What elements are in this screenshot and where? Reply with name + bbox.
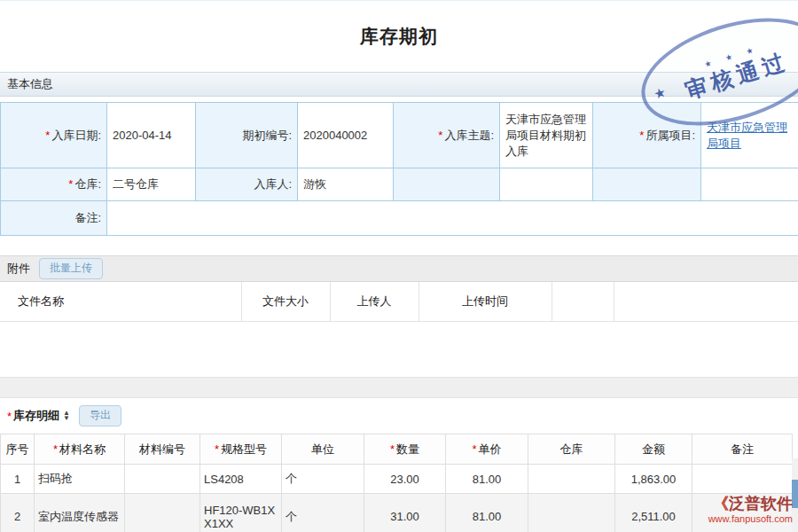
- page-title: 库存期初: [360, 24, 438, 49]
- operator-label: 入库人:: [196, 168, 298, 201]
- cell-seq: 2: [1, 494, 35, 532]
- empty-label-cell: [394, 168, 500, 201]
- col-material-code: 材料编号: [125, 434, 200, 465]
- required-marker: *: [390, 442, 395, 456]
- cell-unit: 个: [282, 465, 364, 494]
- attach-col-filename: 文件名称: [0, 282, 241, 322]
- scrollbar-thumb[interactable]: [792, 480, 798, 508]
- spacer: [0, 377, 798, 398]
- project-value-cell: 天津市应急管理局项目: [701, 103, 798, 168]
- col-unit-price: *单价: [446, 434, 528, 465]
- remark-label: 备注:: [1, 201, 107, 236]
- required-marker: *: [53, 442, 58, 456]
- cell-quantity: 23.00: [364, 465, 446, 494]
- col-unit: 单位: [282, 434, 364, 465]
- cell-material-name: 室内温度传感器: [35, 494, 125, 532]
- warehouse-label: *仓库:: [1, 168, 107, 201]
- basic-info-section-header: 基本信息: [0, 72, 798, 97]
- table-row: 2 室内温度传感器 HF120-WB1XX1XX 个 31.00 81.00 2…: [1, 494, 793, 532]
- col-warehouse: 仓库: [528, 434, 615, 465]
- cell-spec-model: LS4208: [200, 465, 282, 494]
- details-section-title: 库存明细: [13, 408, 59, 424]
- code-label: 期初编号:: [196, 103, 298, 168]
- required-marker: *: [45, 129, 50, 142]
- subject-value: 天津市应急管理局项目材料期初入库: [500, 103, 593, 168]
- inventory-opening-page: 库存期初 ★ ★ ★ 审核通过 ★ ★ 基本信息 *入库日期: 2020-04-…: [0, 0, 798, 532]
- cell-amount: 2,511.00: [615, 494, 692, 532]
- vendor-url: www.fanpusoft.com: [708, 513, 793, 526]
- attachments-empty-list: [0, 322, 798, 377]
- cell-seq: 1: [1, 465, 35, 494]
- attach-col-filesize: 文件大小: [241, 282, 330, 322]
- required-marker: *: [639, 129, 644, 142]
- cell-quantity: 31.00: [364, 494, 446, 532]
- cell-unit: 个: [282, 494, 364, 532]
- code-value: 2020040002: [298, 103, 394, 168]
- cell-warehouse: [528, 494, 615, 532]
- cell-warehouse: [528, 465, 615, 494]
- col-quantity: *数量: [364, 434, 446, 465]
- required-marker: *: [68, 177, 73, 191]
- attach-col-uploadtime: 上传时间: [419, 282, 552, 322]
- vertical-scrollbar[interactable]: [792, 458, 798, 532]
- vendor-logo-icon: 《: [713, 495, 729, 512]
- col-spec-model: *规格型号: [200, 434, 282, 465]
- required-marker: *: [472, 442, 476, 456]
- date-label: *入库日期:: [1, 103, 107, 168]
- operator-value: 游恢: [298, 168, 394, 201]
- vendor-watermark: 《泛普软件 www.fanpusoft.com: [708, 494, 793, 526]
- empty-value-cell: [500, 168, 593, 201]
- col-material-name: *材料名称: [35, 434, 125, 465]
- details-header-row: 序号 *材料名称 材料编号 *规格型号 单位 *数量 *单价 仓库 金额 备注: [1, 434, 793, 465]
- project-link[interactable]: 天津市应急管理局项目: [707, 121, 787, 150]
- table-row: 1 扫码抢 LS4208 个 23.00 81.00 1,863.00: [1, 465, 793, 494]
- remark-value: [107, 201, 798, 236]
- vendor-brand: 泛普软件: [729, 495, 793, 512]
- cell-unit-price: 81.00: [446, 465, 528, 494]
- subject-label: *入库主题:: [394, 103, 500, 168]
- project-label: *所属项目:: [593, 103, 701, 168]
- date-value: 2020-04-14: [107, 103, 196, 168]
- sort-icon[interactable]: ▲ ▼: [63, 411, 70, 421]
- attachments-section-title: 附件: [7, 261, 30, 277]
- details-section-header: * 库存明细 ▲ ▼ 导出: [0, 398, 798, 434]
- cell-material-code: [125, 494, 200, 532]
- sort-down-icon: ▼: [63, 416, 70, 421]
- required-marker: *: [7, 410, 12, 423]
- batch-upload-button[interactable]: 批量上传: [39, 258, 103, 279]
- cell-remark: [692, 465, 793, 494]
- required-marker: *: [215, 442, 219, 456]
- cell-material-name: 扫码抢: [35, 465, 125, 494]
- col-amount: 金额: [615, 434, 692, 465]
- col-seq: 序号: [1, 434, 35, 465]
- details-table: 序号 *材料名称 材料编号 *规格型号 单位 *数量 *单价 仓库 金额 备注 …: [0, 434, 793, 532]
- cell-material-code: [125, 465, 200, 494]
- attach-col-uploader: 上传人: [330, 282, 419, 322]
- basic-info-table: *入库日期: 2020-04-14 期初编号: 2020040002 *入库主题…: [0, 102, 798, 236]
- attach-col-empty: [614, 282, 798, 322]
- attachments-table: 文件名称 文件大小 上传人 上传时间: [0, 282, 798, 322]
- empty-value-cell: [701, 168, 798, 201]
- spacer: [0, 236, 798, 255]
- required-marker: *: [438, 129, 442, 142]
- attachments-section-header: 附件 批量上传: [0, 255, 798, 282]
- title-row: 库存期初: [0, 1, 798, 72]
- cell-unit-price: 81.00: [446, 494, 528, 532]
- col-remark: 备注: [692, 434, 793, 465]
- warehouse-value: 二号仓库: [107, 168, 196, 201]
- cell-spec-model: HF120-WB1XX1XX: [200, 494, 282, 532]
- empty-label-cell: [593, 168, 701, 201]
- attach-col-empty: [552, 282, 614, 322]
- cell-amount: 1,863.00: [615, 465, 692, 494]
- export-button[interactable]: 导出: [79, 405, 121, 426]
